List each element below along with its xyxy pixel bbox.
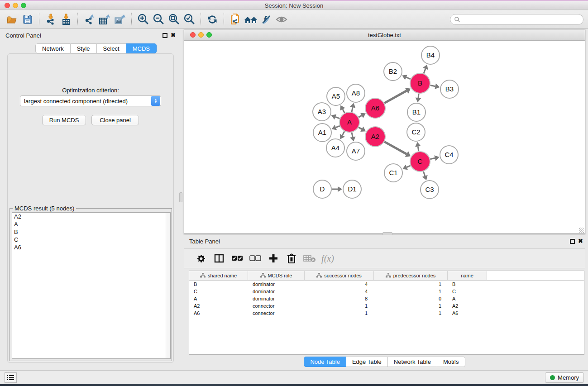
table-cell[interactable]: 4 [305, 289, 374, 294]
table-cell[interactable]: A [448, 296, 487, 301]
graph-edge[interactable] [335, 117, 340, 119]
save-session-icon[interactable] [20, 12, 35, 27]
graph-edge[interactable] [384, 91, 406, 103]
settings-gear-icon[interactable] [192, 251, 210, 266]
format-slash-icon[interactable]: f [258, 12, 274, 27]
column-header-name[interactable]: name [448, 271, 487, 280]
table-row[interactable]: Cdominator41C [189, 288, 584, 295]
scrollbar-track[interactable] [166, 213, 170, 358]
table-body[interactable]: Bdominator41BCdominator41CAdominator80AA… [189, 281, 584, 317]
criterion-dropdown[interactable]: largest connected component (directed) ▲… [20, 95, 161, 106]
split-divider-handle[interactable] [179, 192, 182, 202]
tab-network-table[interactable]: Network Table [388, 357, 437, 367]
graph-edge[interactable] [430, 158, 435, 159]
table-row[interactable]: Adominator80A [189, 295, 584, 302]
graph-edge[interactable] [418, 147, 418, 152]
run-mcds-button[interactable]: Run MCDS [42, 115, 86, 125]
search-input[interactable] [460, 16, 583, 23]
table-cell[interactable]: A2 [189, 303, 248, 309]
zoom-out-icon[interactable] [151, 12, 166, 27]
graph-edge[interactable] [430, 86, 435, 86]
table-cell[interactable]: A2 [448, 303, 487, 309]
graph-edge[interactable] [406, 166, 410, 167]
graph-edge[interactable] [352, 107, 353, 112]
column-header-shared-name[interactable]: shared name [189, 271, 248, 280]
memory-button[interactable]: Memory [545, 372, 584, 383]
table-cell[interactable]: A6 [189, 310, 248, 316]
tab-network[interactable]: Network [35, 43, 71, 53]
tab-select[interactable]: Select [97, 43, 126, 53]
graph-edge[interactable] [336, 126, 340, 127]
export-table-icon[interactable] [97, 12, 112, 27]
graph-edge[interactable] [342, 131, 344, 135]
mcds-result-item[interactable]: A2 [12, 213, 170, 220]
table-cell[interactable]: dominator [248, 296, 305, 301]
column-layout-icon[interactable] [210, 251, 228, 266]
table-row[interactable]: Bdominator41B [189, 281, 584, 288]
network-graph-canvas[interactable]: B4B2BB3A8A5A6A3B1AC2A1A2A4A7C4CC1DD1C3 [184, 41, 585, 234]
column-header-successor-nodes[interactable]: successor nodes [305, 271, 374, 280]
network-window-titlebar[interactable]: testGlobe.txt [184, 29, 585, 41]
table-row[interactable]: A6connector11A6 [189, 310, 584, 317]
table-cell[interactable]: A [189, 296, 248, 301]
zoom-fit-icon[interactable] [166, 12, 182, 27]
delete-column-trash-icon[interactable] [282, 251, 301, 266]
window-resize-grip[interactable] [579, 228, 584, 233]
table-cell[interactable]: 8 [305, 296, 374, 301]
tab-mcds[interactable]: MCDS [126, 43, 157, 53]
table-cell[interactable]: 1 [374, 289, 448, 294]
task-history-button[interactable] [5, 372, 17, 383]
mcds-result-item[interactable]: C [12, 236, 170, 243]
import-table-icon[interactable] [58, 12, 74, 27]
table-cell[interactable]: C [189, 289, 248, 294]
close-panel-button[interactable]: Close panel [91, 115, 139, 125]
table-row[interactable]: A2connector11A2 [189, 302, 584, 310]
search-field[interactable] [450, 14, 583, 25]
node-table[interactable]: shared name MCDS role successor nodes pr… [189, 271, 584, 355]
graph-edge[interactable] [423, 172, 425, 176]
graph-edge[interactable] [359, 127, 362, 129]
float-panel-icon[interactable] [570, 239, 575, 244]
table-cell[interactable]: connector [248, 303, 305, 309]
new-network-from-selection-icon[interactable] [228, 12, 243, 27]
table-cell[interactable]: dominator [248, 281, 305, 287]
table-cell[interactable]: 1 [374, 281, 448, 287]
table-cell[interactable]: 4 [305, 281, 374, 287]
apply-layout-icon[interactable] [205, 12, 220, 27]
mcds-result-item[interactable]: A [12, 220, 170, 228]
graph-edge[interactable] [352, 132, 353, 137]
table-cell[interactable]: 1 [374, 310, 448, 316]
table-cell[interactable]: B [189, 281, 248, 287]
home-neighbors-icon[interactable] [243, 12, 258, 27]
table-cell[interactable]: 0 [374, 296, 448, 301]
graph-edge[interactable] [406, 77, 411, 79]
graph-edge[interactable] [418, 94, 419, 98]
table-cell[interactable]: B [448, 281, 487, 287]
tab-node-table[interactable]: Node Table [304, 357, 346, 367]
column-header-predecessor-nodes[interactable]: predecessor nodes [374, 271, 448, 280]
table-cell[interactable]: 1 [374, 303, 448, 309]
table-cell[interactable]: connector [248, 310, 305, 316]
eye-icon[interactable] [274, 12, 289, 27]
close-panel-icon[interactable]: ✖ [578, 238, 583, 244]
graph-edge[interactable] [424, 69, 425, 73]
zoom-in-icon[interactable] [135, 12, 151, 27]
import-network-icon[interactable] [43, 12, 58, 27]
table-cell[interactable]: 1 [305, 310, 374, 316]
table-cell[interactable]: A6 [448, 310, 487, 316]
mcds-result-item[interactable]: A6 [12, 243, 170, 251]
deselect-all-unchecked-icon[interactable] [246, 251, 264, 266]
graph-edge[interactable] [343, 109, 344, 113]
table-cell[interactable]: C [448, 289, 487, 294]
table-cell[interactable]: 1 [305, 303, 374, 309]
export-image-icon[interactable] [112, 12, 128, 27]
column-header-mcds-role[interactable]: MCDS role [248, 271, 305, 280]
graph-edge[interactable] [359, 115, 362, 117]
add-column-icon[interactable] [264, 251, 282, 266]
select-all-checked-icon[interactable] [228, 251, 246, 266]
mcds-result-list[interactable]: A2ABCA6 [12, 212, 171, 359]
export-network-icon[interactable] [81, 12, 97, 27]
mcds-result-item[interactable]: B [12, 228, 170, 236]
zoom-selected-icon[interactable] [182, 12, 197, 27]
tab-edge-table[interactable]: Edge Table [346, 357, 388, 367]
